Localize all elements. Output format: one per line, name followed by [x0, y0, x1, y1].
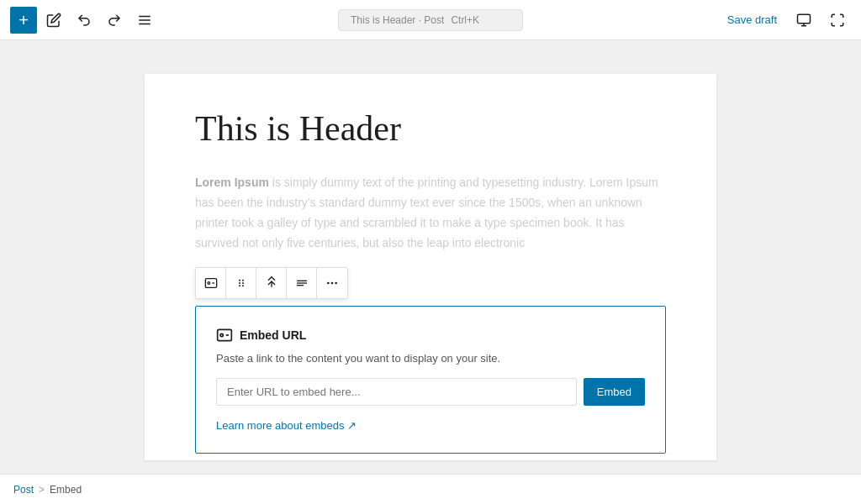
search-bar[interactable]: This is Header · Post Ctrl+K	[338, 9, 523, 31]
breadcrumb-embed: Embed	[50, 484, 82, 496]
post-body: Lorem Ipsum is simply dummy text of the …	[195, 173, 666, 253]
svg-point-9	[242, 279, 244, 281]
svg-point-7	[208, 281, 210, 284]
embed-block-header: Embed URL	[216, 327, 645, 344]
post-body-bold: Lorem Ipsum	[195, 176, 269, 189]
svg-point-11	[242, 282, 244, 284]
add-block-button[interactable]: +	[10, 7, 37, 34]
embed-description: Paste a link to the content you want to …	[216, 352, 645, 365]
embed-url-icon	[216, 327, 233, 344]
undo-button[interactable]	[71, 7, 98, 34]
svg-point-20	[335, 281, 337, 284]
align-icon	[295, 276, 309, 290]
move-icon	[265, 276, 278, 290]
list-icon	[137, 13, 152, 28]
svg-point-19	[331, 281, 334, 284]
search-shortcut: Ctrl+K	[451, 14, 479, 26]
svg-point-13	[242, 285, 244, 286]
breadcrumb-post[interactable]: Post	[13, 484, 34, 496]
svg-rect-3	[798, 14, 811, 24]
redo-button[interactable]	[101, 7, 128, 34]
svg-point-22	[220, 333, 223, 336]
toolbar-left: +	[10, 7, 288, 34]
toolbar-right: Save draft	[573, 7, 851, 34]
status-bar: Post > Embed	[0, 474, 861, 504]
svg-rect-6	[205, 278, 216, 287]
block-move-btn[interactable]	[256, 268, 287, 298]
preview-button[interactable]	[790, 7, 817, 34]
pencil-icon	[46, 13, 61, 28]
svg-point-8	[239, 279, 240, 281]
more-icon	[325, 276, 339, 290]
toolbar-center: This is Header · Post Ctrl+K	[292, 9, 570, 31]
svg-point-12	[239, 285, 240, 286]
embed-icon	[204, 276, 218, 290]
block-drag-btn[interactable]	[226, 268, 256, 298]
editor-area: This is Header Lorem Ipsum is simply dum…	[145, 74, 716, 460]
undo-icon	[77, 13, 92, 28]
main-content: This is Header Lorem Ipsum is simply dum…	[0, 40, 861, 474]
list-view-button[interactable]	[131, 7, 158, 34]
svg-rect-21	[218, 329, 232, 340]
learn-more-link[interactable]: Learn more about embeds ↗	[216, 419, 357, 432]
pencil-button[interactable]	[40, 7, 67, 34]
redo-icon	[107, 13, 122, 28]
embed-url-input[interactable]	[216, 378, 577, 406]
fullscreen-icon	[830, 13, 845, 28]
save-draft-button[interactable]: Save draft	[721, 8, 784, 31]
block-embed-icon-btn[interactable]	[196, 268, 226, 298]
embed-button[interactable]: Embed	[584, 378, 645, 406]
embed-block: Embed URL Paste a link to the content yo…	[195, 306, 666, 454]
toolbar: +	[0, 0, 861, 40]
block-more-btn[interactable]	[317, 268, 347, 298]
embed-title: Embed URL	[240, 328, 306, 342]
embed-input-row: Embed	[216, 378, 645, 406]
block-align-btn[interactable]	[287, 268, 317, 298]
breadcrumb-separator: >	[39, 484, 45, 496]
search-label: This is Header · Post	[351, 14, 444, 26]
plus-icon: +	[18, 12, 29, 29]
fullscreen-button[interactable]	[824, 7, 851, 34]
drag-icon	[235, 276, 248, 290]
svg-point-18	[327, 281, 330, 284]
svg-point-10	[239, 282, 240, 284]
post-title[interactable]: This is Header	[195, 108, 666, 150]
block-toolbar	[195, 267, 348, 299]
preview-icon	[796, 13, 811, 28]
